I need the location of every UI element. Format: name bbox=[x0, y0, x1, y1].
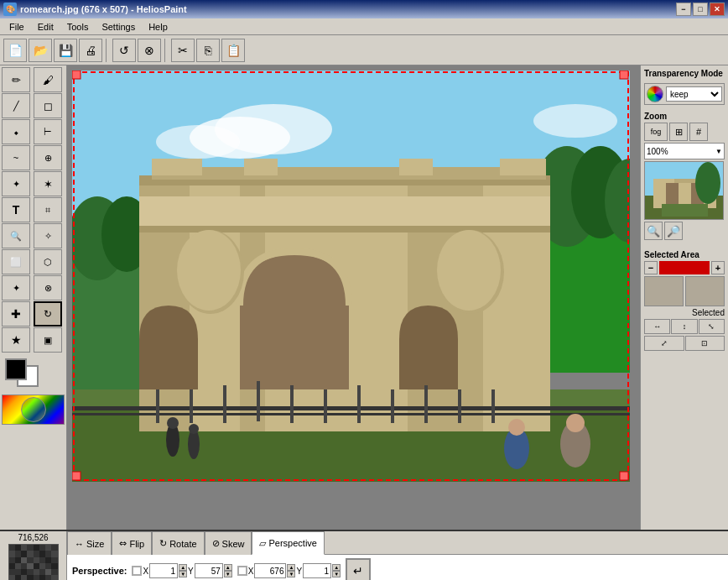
menu-bar: File Edit Tools Settings Help bbox=[0, 18, 728, 35]
transform-bar: ↔ Size ⇔ Flip ↻ Rotate ⊘ Skew ▱ Perspect… bbox=[67, 531, 728, 580]
tab-skew[interactable]: ⊘ Skew bbox=[205, 531, 252, 555]
zoom-grid-button[interactable]: ⊞ bbox=[669, 123, 688, 141]
tl-y-down[interactable]: ▼ bbox=[224, 571, 232, 577]
canvas-area[interactable] bbox=[67, 65, 640, 530]
tl-y-up[interactable]: ▲ bbox=[224, 564, 232, 571]
tab-rotate[interactable]: ↻ Rotate bbox=[152, 531, 204, 555]
tool-clone[interactable]: ⊕ bbox=[34, 145, 62, 170]
toolbar-separator-1 bbox=[106, 39, 109, 62]
zoom-grid2-button[interactable]: # bbox=[689, 123, 708, 141]
tool-star[interactable]: ✶ bbox=[34, 171, 62, 196]
tool-airbrush[interactable]: ✦ bbox=[2, 171, 30, 196]
tr-y-spin: ▲ ▼ bbox=[332, 564, 341, 577]
tl-x-spin: ▲ ▼ bbox=[179, 564, 187, 577]
tool-lasso2[interactable]: ⊗ bbox=[34, 275, 62, 300]
tr-y-input[interactable] bbox=[303, 563, 331, 578]
tool-fill[interactable]: ⬥ bbox=[2, 119, 30, 144]
sel-transform-2[interactable]: ↕ bbox=[671, 319, 697, 334]
minimize-button[interactable]: − bbox=[676, 3, 691, 16]
tr-x-up[interactable]: ▲ bbox=[287, 564, 295, 571]
copy-button[interactable]: ⎘ bbox=[196, 39, 220, 62]
pixel-preview-section: 716,526 bbox=[0, 531, 67, 580]
transparency-control: keep replace ignore bbox=[644, 83, 725, 105]
corner-tr: X ▲ ▼ Y ▲ ▼ bbox=[237, 563, 341, 578]
menu-help[interactable]: Help bbox=[143, 19, 174, 34]
tool-star2[interactable]: ★ bbox=[2, 327, 30, 353]
paste-button[interactable]: 📋 bbox=[221, 39, 245, 62]
svg-rect-41 bbox=[357, 385, 361, 423]
skew-icon: ⊘ bbox=[212, 538, 220, 549]
save-button[interactable]: 💾 bbox=[54, 39, 77, 62]
sel-plus-button[interactable]: + bbox=[711, 261, 725, 274]
zoom-fit-button[interactable]: fog bbox=[644, 123, 668, 141]
menu-edit[interactable]: Edit bbox=[32, 19, 60, 34]
transparency-label: Transparency Mode bbox=[644, 69, 725, 78]
size-icon: ↔ bbox=[75, 539, 84, 549]
close-button[interactable]: ✕ bbox=[710, 3, 725, 16]
tool-warp[interactable]: ⌗ bbox=[34, 197, 62, 222]
y-label-tr: Y bbox=[296, 567, 302, 576]
open-button[interactable]: 📂 bbox=[29, 39, 52, 62]
tl-x-input[interactable] bbox=[149, 563, 178, 578]
tool-rotate[interactable]: ↻ bbox=[34, 301, 62, 327]
tab-size[interactable]: ↔ Size bbox=[67, 531, 112, 555]
color-swatch-area bbox=[2, 357, 65, 394]
sel-transform-5[interactable]: ⊡ bbox=[685, 336, 725, 351]
tool-paintbrush[interactable]: ╱ bbox=[2, 93, 30, 118]
zoom-in-button[interactable]: 🔎 bbox=[664, 222, 683, 240]
transform-tabs: ↔ Size ⇔ Flip ↻ Rotate ⊘ Skew ▱ Perspect… bbox=[67, 531, 728, 555]
tool-pencil[interactable]: ✏ bbox=[2, 67, 30, 92]
tr-y-up[interactable]: ▲ bbox=[332, 564, 341, 571]
svg-rect-36 bbox=[190, 389, 193, 423]
tl-x-down[interactable]: ▼ bbox=[179, 571, 187, 577]
tab-flip[interactable]: ⇔ Flip bbox=[112, 531, 152, 555]
svg-rect-33 bbox=[72, 406, 630, 410]
tool-eraser[interactable]: ◻ bbox=[34, 93, 62, 118]
sel-minus-button[interactable]: − bbox=[644, 261, 658, 274]
tr-x-down[interactable]: ▼ bbox=[287, 571, 295, 577]
zoom-value-row[interactable]: 100% ▼ bbox=[644, 143, 725, 159]
menu-file[interactable]: File bbox=[3, 19, 30, 34]
tl-x-up[interactable]: ▲ bbox=[179, 564, 187, 571]
tl-y-input[interactable] bbox=[195, 563, 223, 578]
svg-rect-35 bbox=[156, 389, 159, 423]
tab-perspective[interactable]: ▱ Perspective bbox=[252, 531, 324, 555]
zoom-out-button[interactable]: 🔍 bbox=[644, 222, 663, 240]
zoom-icon-buttons: 🔍 🔎 bbox=[644, 222, 725, 240]
enter-button[interactable]: ↵ bbox=[346, 558, 371, 580]
tr-x-input[interactable] bbox=[254, 563, 286, 578]
new-button[interactable]: 📄 bbox=[3, 39, 27, 62]
tool-brush[interactable]: 🖌 bbox=[34, 67, 62, 92]
menu-tools[interactable]: Tools bbox=[61, 19, 95, 34]
svg-point-53 bbox=[566, 414, 585, 432]
tool-wand[interactable]: ✦ bbox=[2, 275, 30, 300]
keep-dropdown[interactable]: keep replace ignore bbox=[666, 86, 722, 102]
svg-rect-29 bbox=[152, 159, 202, 175]
palette-button[interactable] bbox=[2, 395, 65, 425]
tool-smudge[interactable]: ~ bbox=[2, 145, 30, 170]
menu-settings[interactable]: Settings bbox=[96, 19, 141, 34]
svg-point-4 bbox=[156, 125, 240, 159]
cut-button[interactable]: ✂ bbox=[171, 39, 195, 62]
sel-transform-1[interactable]: ↔ bbox=[644, 319, 670, 334]
tool-eyedropper[interactable]: ⊢ bbox=[34, 119, 62, 144]
maximize-button[interactable]: □ bbox=[693, 3, 708, 16]
tool-magnify[interactable]: ✧ bbox=[34, 223, 62, 248]
tool-zoom[interactable]: 🔍 bbox=[2, 223, 30, 248]
tool-gradient[interactable]: ▣ bbox=[34, 327, 62, 353]
svg-rect-30 bbox=[244, 159, 278, 175]
undo-button[interactable]: ↺ bbox=[112, 39, 136, 62]
tool-rect-select[interactable]: ⬜ bbox=[2, 249, 30, 274]
perspective-icon: ▱ bbox=[259, 538, 266, 549]
tool-text[interactable]: T bbox=[2, 197, 30, 222]
sel-transform-3[interactable]: ⤡ bbox=[699, 319, 725, 334]
tr-y-down[interactable]: ▼ bbox=[332, 571, 341, 577]
sel-transform-4[interactable]: ⤢ bbox=[644, 336, 684, 351]
tool-move[interactable]: ✚ bbox=[2, 301, 30, 327]
foreground-color[interactable] bbox=[5, 358, 27, 380]
lasso-button[interactable]: ⊗ bbox=[138, 39, 161, 62]
print-button[interactable]: 🖨 bbox=[79, 39, 102, 62]
tool-poly[interactable]: ⬡ bbox=[34, 249, 62, 274]
main-toolbar: 📄 📂 💾 🖨 ↺ ⊗ ✂ ⎘ 📋 bbox=[0, 35, 728, 65]
transform-buttons-2: ⤢ ⊡ bbox=[644, 336, 725, 351]
